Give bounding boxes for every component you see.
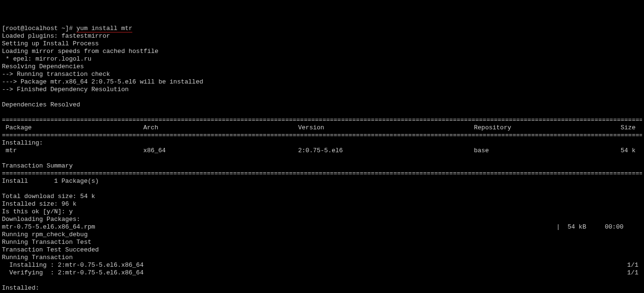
command-text: yum install mtr	[76, 25, 132, 32]
output-line: Downloading Packages:	[2, 216, 80, 223]
header-repo: Repository	[474, 124, 598, 132]
cell-size: 54 k	[598, 147, 642, 155]
header-package: Package	[2, 124, 143, 132]
output-line: Running Transaction	[2, 254, 73, 261]
output-line: * epel: mirror.logol.ru	[2, 55, 91, 63]
table-header-row: PackageArchVersionRepositorySize	[2, 124, 642, 132]
download-filename: mtr-0.75-5.el6.x86_64.rpm	[2, 223, 557, 231]
verifying-count: 1/1	[627, 269, 642, 277]
header-size: Size	[598, 124, 642, 132]
header-arch: Arch	[143, 124, 298, 132]
installing-label: Installing : 2:mtr-0.75-5.el6.x86_64	[2, 262, 627, 269]
divider-line: ========================================…	[2, 170, 642, 178]
output-line: Is this ok [y/N]: y	[2, 208, 73, 215]
output-line: Running Transaction Test	[2, 239, 91, 246]
terminal-output[interactable]: [root@localhost ~]# yum install mtr Load…	[2, 25, 642, 293]
download-stats: | 54 kB 00:00	[557, 223, 642, 231]
cell-repo: base	[474, 147, 598, 155]
header-version: Version	[298, 124, 474, 132]
output-line: Resolving Dependencies	[2, 63, 84, 70]
verifying-label: Verifying : 2:mtr-0.75-5.el6.x86_64	[2, 269, 627, 277]
divider-line: ========================================…	[2, 116, 642, 124]
output-line: Total download size: 54 k	[2, 193, 95, 200]
cell-package: mtr	[2, 147, 143, 155]
installing-progress-line: Installing : 2:mtr-0.75-5.el6.x86_641/1	[2, 262, 642, 269]
divider-line: ========================================…	[2, 132, 642, 139]
output-line: --> Running transaction check	[2, 71, 110, 78]
output-line: Loaded plugins: fastestmirror	[2, 32, 110, 40]
output-line: Transaction Test Succeeded	[2, 246, 99, 253]
output-line: Setting up Install Process	[2, 40, 99, 47]
installing-header: Installing:	[2, 139, 43, 146]
output-line: Loading mirror speeds from cached hostfi…	[2, 48, 159, 55]
output-line: Dependencies Resolved	[2, 101, 80, 108]
verifying-progress-line: Verifying : 2:mtr-0.75-5.el6.x86_641/1	[2, 269, 642, 277]
download-progress-line: mtr-0.75-5.el6.x86_64.rpm| 54 kB 00:00	[2, 223, 642, 231]
output-line: Installed size: 96 k	[2, 200, 76, 208]
output-line: ---> Package mtr.x86_64 2:0.75-5.el6 wil…	[2, 78, 203, 85]
installing-count: 1/1	[627, 262, 642, 269]
table-row: mtrx86_642:0.75-5.el6base54 k	[2, 147, 642, 155]
tx-summary-header: Transaction Summary	[2, 162, 73, 169]
output-line: --> Finished Dependency Resolution	[2, 86, 129, 93]
prompt: [root@localhost ~]#	[2, 25, 76, 32]
output-line: Running rpm_check_debug	[2, 231, 87, 238]
output-line: Installed:	[2, 284, 39, 292]
install-count: Install 1 Package(s)	[2, 178, 99, 185]
cell-arch: x86_64	[143, 147, 298, 155]
cell-version: 2:0.75-5.el6	[298, 147, 474, 155]
